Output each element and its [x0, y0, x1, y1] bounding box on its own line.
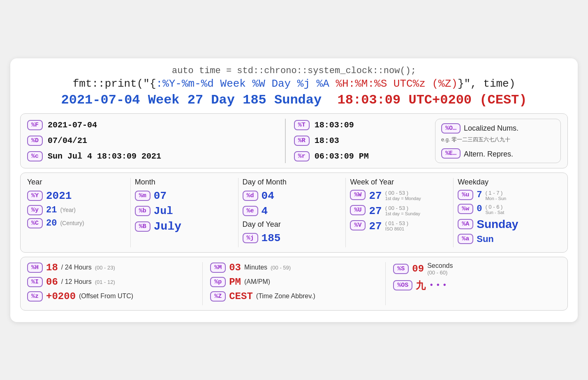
- range-M: (00 - 59): [271, 265, 291, 271]
- value-d: 04: [262, 190, 274, 202]
- day-header: Day of Month: [243, 178, 342, 187]
- divider1: [285, 119, 286, 163]
- day-row-d: %d 04: [243, 190, 342, 202]
- time-sep1: [202, 262, 203, 305]
- day-col: Day of Month %d 04 %e 4 Day of Year %j 1…: [238, 178, 346, 247]
- weekday-w-sub: Sun - Sat: [485, 210, 504, 215]
- weekday-row-A: %A Sunday: [458, 218, 557, 231]
- week-col: Week of Year %W 27 ( 00 - 53 ) 1st day =…: [346, 178, 454, 247]
- badge-H: %H: [27, 263, 43, 273]
- badge-U: %U: [350, 205, 366, 215]
- value-R: 18:03: [315, 136, 430, 145]
- code-space: [329, 78, 336, 90]
- badge-M: %M: [210, 263, 226, 273]
- value-C: 20: [46, 218, 57, 228]
- date-section: Year %Y 2021 %y 21 (Year) %C 20 (Century…: [27, 178, 561, 247]
- time-components-box: %H 18 / 24 Hours (00 - 23) %I 06 / 12 Ho…: [20, 257, 568, 311]
- badge-e: %e: [243, 206, 258, 216]
- time-col2: %M 03 Minutes (00 - 59) %p PM (AM/PM) %Z…: [210, 262, 378, 305]
- badge-Z: %Z: [210, 291, 226, 302]
- month-row-B: %B July: [135, 220, 234, 233]
- value-F: 2021-07-04: [48, 120, 277, 130]
- week-U-info: ( 00 - 53 ) 1st day = Sunday: [385, 205, 420, 216]
- value-A: Sunday: [477, 218, 518, 231]
- value-U: 27: [369, 205, 382, 217]
- day-row-e: %e 4: [243, 205, 342, 217]
- right-sub1: e.g. 零一二三四五六七八九十: [441, 136, 555, 143]
- header-section: auto time = std::chrono::system_clock::n…: [20, 66, 568, 108]
- output-line: 2021-07-04 Week 27 Day 185 Sunday 18:03:…: [20, 92, 568, 108]
- doy-header: Day of Year: [243, 220, 342, 229]
- time-row-OS: %OS 九 •••: [393, 279, 561, 292]
- badge-c: %c: [27, 151, 43, 161]
- value-V: 27: [369, 220, 382, 233]
- week-row-W: %W 27 ( 00 - 53 ) 1st day = Monday: [350, 190, 449, 202]
- week-W-sub: 1st day = Monday: [385, 196, 421, 201]
- badge-y: %y: [27, 205, 43, 215]
- sub-C: (Century): [60, 220, 84, 226]
- badge-a: %a: [458, 234, 473, 244]
- value-B: July: [154, 220, 181, 233]
- badge-I: %I: [27, 277, 43, 287]
- range-H: (00 - 23): [95, 265, 115, 271]
- weekday-row-w: %w 0 ( 0 - 6 ) Sun - Sat: [458, 204, 557, 215]
- badge-b: %b: [135, 206, 150, 216]
- weekday-header: Weekday: [458, 178, 557, 187]
- range-S: (00 - 60): [427, 269, 453, 276]
- right-row2: %E… Altern. Repres.: [441, 148, 555, 159]
- label-M: Minutes: [244, 264, 267, 271]
- badge-A: %A: [458, 219, 473, 229]
- badge-r: %r: [294, 151, 310, 161]
- value-m: 07: [154, 190, 167, 202]
- year-header: Year: [27, 178, 126, 187]
- weekday-col: Weekday %u 7 ( 1 - 7 ) Mon - Sun %w 0 ( …: [454, 178, 561, 247]
- range-I: (01 - 12): [95, 279, 115, 285]
- value-b: Jul: [154, 205, 173, 217]
- badge-F: %F: [27, 120, 43, 130]
- time-section: %H 18 / 24 Hours (00 - 23) %I 06 / 12 Ho…: [27, 262, 561, 305]
- weekday-u-range: ( 1 - 7 ): [485, 190, 506, 196]
- badge-u: %u: [458, 190, 473, 200]
- right-title1: Localized Nums.: [464, 124, 519, 133]
- week-U-sub: 1st day = Sunday: [385, 211, 420, 216]
- dots-OS: •••: [429, 281, 449, 290]
- value-D: 07/04/21: [48, 136, 277, 145]
- badge-m: %m: [135, 191, 150, 201]
- badge-E: %E…: [441, 148, 461, 159]
- S-label-group: Seconds (00 - 60): [427, 262, 453, 276]
- week-V-info: ( 01 - 53 ) ISO 8601: [385, 220, 408, 231]
- output-red: 18:03:09 UTC+0200 (CEST): [338, 92, 527, 108]
- code-line1: auto time = std::chrono::system_clock::n…: [20, 66, 568, 76]
- badge-D: %D: [27, 136, 43, 146]
- value-j: 185: [262, 232, 281, 244]
- value-T: 18:03:09: [315, 120, 430, 130]
- code-pre: fmt::print("{: [73, 78, 156, 90]
- value-a: Sun: [477, 234, 494, 244]
- day-row-j: %j 185: [243, 232, 342, 244]
- month-col: Month %m 07 %b Jul %B July: [131, 178, 238, 247]
- month-row-m: %m 07: [135, 190, 234, 202]
- week-V-sub: ISO 8601: [385, 226, 408, 231]
- value-e: 4: [262, 205, 268, 217]
- output-blue: 2021-07-04 Week 27 Day 185 Sunday: [61, 92, 322, 108]
- time-col1: %H 18 / 24 Hours (00 - 23) %I 06 / 12 Ho…: [27, 262, 195, 305]
- label-I: / 12 Hours: [61, 278, 92, 286]
- value-p: PM: [229, 276, 241, 288]
- year-row-C: %C 20 (Century): [27, 218, 126, 228]
- value-w: 0: [477, 204, 482, 214]
- label-S: Seconds: [427, 262, 453, 269]
- weekday-row-u: %u 7 ( 1 - 7 ) Mon - Sun: [458, 190, 557, 201]
- badge-S: %S: [393, 264, 409, 274]
- sub-y: (Year): [60, 207, 76, 213]
- value-r: 06:03:09 PM: [315, 152, 430, 161]
- value-z: +0200: [46, 291, 76, 302]
- time-row-M: %M 03 Minutes (00 - 59): [210, 262, 378, 273]
- badge-R: %R: [294, 136, 310, 146]
- value-H: 18: [46, 262, 58, 273]
- value-M: 03: [229, 262, 241, 273]
- badge-w: %w: [458, 204, 473, 214]
- badge-d: %d: [243, 191, 258, 201]
- value-I: 06: [46, 276, 58, 288]
- badge-OS: %OS: [393, 280, 412, 290]
- format-section-box: %F 2021-07-04 %D 07/04/21 %c Sun Jul 4 1…: [20, 113, 568, 168]
